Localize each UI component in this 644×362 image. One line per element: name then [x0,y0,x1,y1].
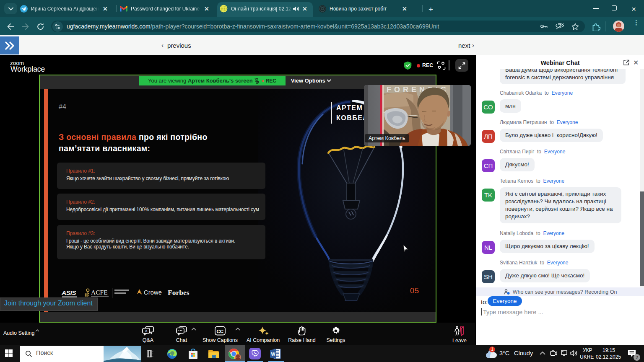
svg-text:CC: CC [217,329,224,334]
svg-text:W: W [271,352,275,357]
svg-text:a: a [145,329,148,333]
